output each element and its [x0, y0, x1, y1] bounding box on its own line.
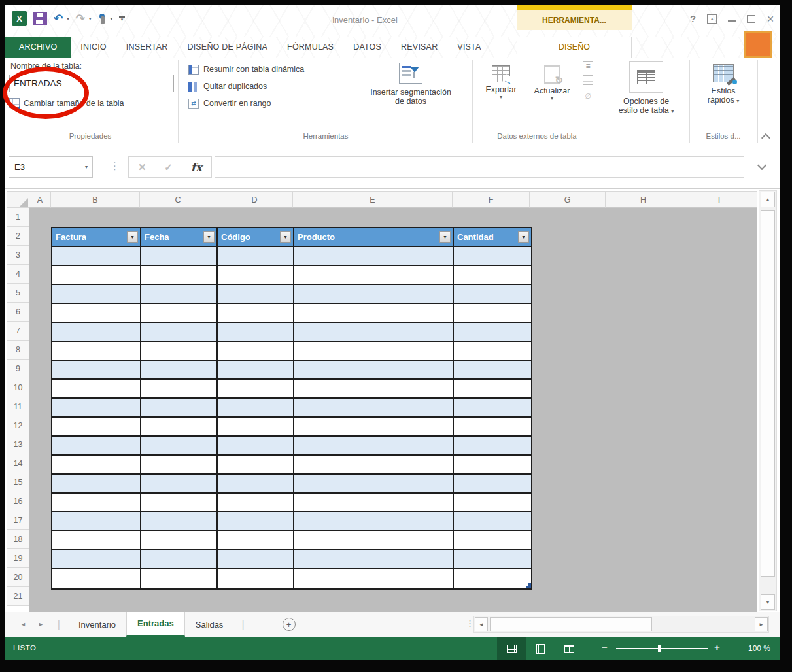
sheet-nav-right-icon[interactable]: ►: [32, 621, 50, 628]
properties-icon[interactable]: ☰: [583, 61, 593, 71]
table-cell[interactable]: [218, 247, 294, 266]
column-header-F[interactable]: F: [453, 191, 530, 208]
table-cell[interactable]: [454, 437, 531, 456]
add-sheet-icon[interactable]: +: [283, 618, 296, 631]
ribbon-tab-inicio[interactable]: INICIO: [71, 37, 116, 58]
table-cell[interactable]: [141, 531, 218, 550]
enter-icon[interactable]: ✓: [164, 161, 173, 173]
table-cell[interactable]: [454, 285, 531, 304]
column-header-I[interactable]: I: [681, 191, 757, 208]
row-header-7[interactable]: 7: [7, 322, 29, 341]
table-cell[interactable]: [218, 475, 294, 494]
table-cell[interactable]: [294, 475, 454, 494]
vertical-scrollbar[interactable]: ▲ ▼: [759, 190, 777, 611]
table-cell[interactable]: [52, 494, 141, 512]
account-avatar[interactable]: [744, 31, 772, 58]
scroll-left-icon[interactable]: ◄: [475, 617, 488, 631]
tab-diseno[interactable]: DISEÑO: [517, 37, 632, 58]
table-cell[interactable]: [218, 323, 294, 342]
normal-view-button[interactable]: [497, 637, 526, 660]
remove-duplicates-button[interactable]: Quitar duplicados: [188, 80, 267, 93]
table-cell[interactable]: [141, 323, 218, 342]
horizontal-scroll-thumb[interactable]: [490, 617, 652, 631]
zoom-level[interactable]: 100 %: [727, 644, 770, 653]
column-header-A[interactable]: A: [29, 191, 51, 208]
ribbon-tab-vista[interactable]: VISTA: [447, 37, 491, 58]
name-box-dropdown-icon[interactable]: ▾: [85, 164, 88, 170]
table-header-cantidad[interactable]: Cantidad▼: [454, 228, 531, 247]
row-header-14[interactable]: 14: [7, 454, 29, 473]
ribbon-tab-f-rmulas[interactable]: FÓRMULAS: [277, 37, 343, 58]
filter-button[interactable]: ▼: [280, 231, 291, 243]
save-icon[interactable]: [33, 12, 47, 25]
table-cell[interactable]: [52, 266, 141, 285]
table-header-código[interactable]: Código▼: [218, 228, 294, 247]
row-header-10[interactable]: 10: [7, 378, 29, 397]
column-header-H[interactable]: H: [606, 191, 681, 208]
resize-table-button[interactable]: Cambiar tamaño de la tabla: [9, 98, 124, 108]
sheet-nav-left-icon[interactable]: ◄: [14, 621, 32, 628]
table-cell[interactable]: [141, 342, 218, 361]
page-break-view-button[interactable]: [555, 637, 583, 660]
table-cell[interactable]: [141, 569, 218, 588]
table-cell[interactable]: [52, 304, 141, 323]
table-cell[interactable]: [454, 418, 531, 437]
table-cell[interactable]: [141, 380, 218, 399]
table-cell[interactable]: [141, 304, 218, 323]
table-cell[interactable]: [218, 512, 294, 531]
scroll-down-icon[interactable]: ▼: [761, 594, 775, 610]
table-cell[interactable]: [218, 437, 294, 456]
row-header-5[interactable]: 5: [7, 284, 29, 303]
row-header-6[interactable]: 6: [7, 303, 29, 322]
table-cell[interactable]: [218, 304, 294, 323]
table-cell[interactable]: [454, 342, 531, 361]
table-cell[interactable]: [294, 550, 454, 569]
table-cell[interactable]: [141, 399, 218, 418]
column-header-B[interactable]: B: [51, 191, 140, 208]
table-cell[interactable]: [454, 531, 531, 550]
table-cell[interactable]: [218, 266, 294, 285]
table-cell[interactable]: [52, 285, 141, 304]
zoom-slider-thumb[interactable]: [658, 645, 661, 652]
minimize-icon[interactable]: [728, 20, 736, 22]
table-cell[interactable]: [141, 437, 218, 456]
name-box[interactable]: E3 ▾: [9, 156, 93, 178]
row-header-4[interactable]: 4: [7, 265, 29, 284]
table-cell[interactable]: [454, 266, 531, 285]
sheet-tab-inventario[interactable]: Inventario: [68, 612, 126, 637]
vertical-scroll-thumb[interactable]: [761, 210, 775, 577]
row-header-2[interactable]: 2: [7, 227, 29, 246]
scroll-right-icon[interactable]: ►: [755, 617, 768, 631]
table-cell[interactable]: [218, 494, 294, 512]
table-cell[interactable]: [454, 323, 531, 342]
filter-button[interactable]: ▼: [518, 231, 529, 243]
ribbon-tab-archivo[interactable]: ARCHIVO: [5, 37, 71, 58]
table-cell[interactable]: [141, 247, 218, 266]
export-button[interactable]: → Exportar ▾: [477, 60, 525, 128]
table-header-factura[interactable]: Factura▼: [52, 228, 141, 247]
help-icon[interactable]: ?: [690, 13, 696, 24]
table-cell[interactable]: [52, 361, 141, 380]
table-cell[interactable]: [294, 512, 454, 531]
table-cell[interactable]: [52, 456, 141, 475]
table-cell[interactable]: [454, 304, 531, 323]
row-header-21[interactable]: 21: [7, 587, 29, 606]
table-header-fecha[interactable]: Fecha▼: [141, 228, 218, 247]
table-cell[interactable]: [141, 475, 218, 494]
column-header-G[interactable]: G: [530, 191, 606, 208]
table-cell[interactable]: [294, 456, 454, 475]
table-resize-handle[interactable]: [526, 583, 531, 588]
table-cell[interactable]: [294, 531, 454, 550]
table-cell[interactable]: [454, 456, 531, 475]
horizontal-scrollbar[interactable]: ◄ ►: [473, 616, 769, 633]
row-header-12[interactable]: 12: [7, 416, 29, 435]
table-cell[interactable]: [141, 494, 218, 512]
table-cell[interactable]: [294, 399, 454, 418]
insert-slicer-button[interactable]: Insertar segmentación de datos: [351, 60, 471, 128]
table-cell[interactable]: [294, 304, 454, 323]
row-header-8[interactable]: 8: [7, 341, 29, 360]
table-cell[interactable]: [52, 399, 141, 418]
collapse-ribbon-icon[interactable]: [761, 133, 770, 143]
table-cell[interactable]: [294, 342, 454, 361]
ribbon-tab-insertar[interactable]: INSERTAR: [116, 37, 178, 58]
